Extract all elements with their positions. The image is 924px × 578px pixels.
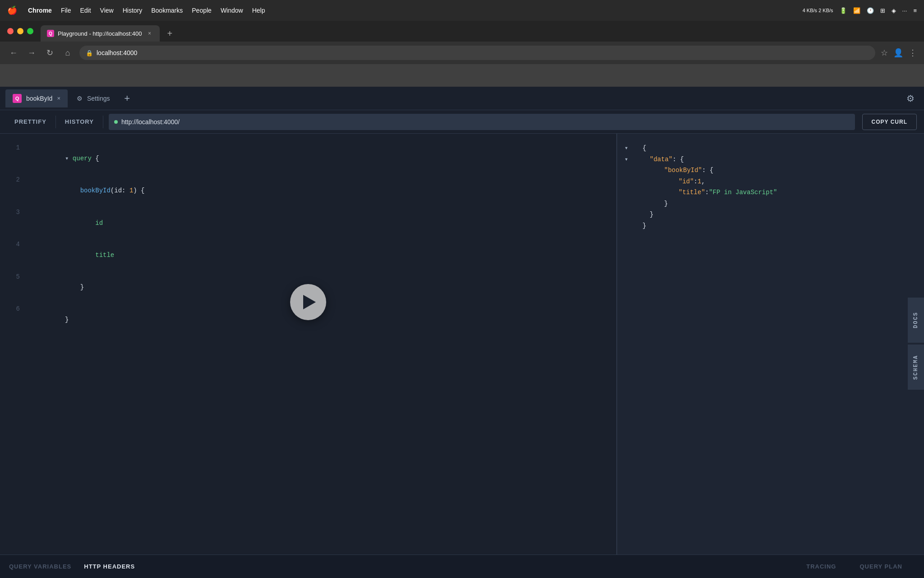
- line-content-1: ▾ query {: [27, 143, 99, 175]
- toolbar-divider: [55, 116, 56, 128]
- playground-settings-icon[interactable]: ⚙: [902, 90, 919, 107]
- chrome-tab-bar: Q Playground - http://localhost:400 × +: [0, 21, 924, 42]
- profile-icon[interactable]: 👤: [893, 48, 903, 58]
- http-headers-tab[interactable]: HTTP HEADERS: [84, 563, 135, 570]
- add-tab-button[interactable]: +: [119, 90, 135, 107]
- network-info: 4 KB/s 2 KB/s: [803, 7, 833, 14]
- title-value: "FP in JavaScript": [709, 187, 777, 198]
- minimize-window-button[interactable]: [17, 28, 23, 34]
- id-colon: :: [694, 176, 698, 187]
- endpoint-url-bar[interactable]: http://localhost:4000/: [109, 114, 855, 130]
- history-button[interactable]: HISTORY: [58, 114, 101, 130]
- schema-tab[interactable]: SCHEMA: [908, 345, 924, 390]
- menu-view[interactable]: View: [100, 7, 114, 14]
- close-brace-data: }: [650, 209, 653, 220]
- traffic-lights: [7, 28, 33, 34]
- control-center-icon: ⊞: [880, 7, 885, 14]
- indent-2: [65, 187, 80, 194]
- line-number-4: 4: [7, 239, 20, 271]
- playground-main: 1 ▾ query { 2 bookById(id: 1) { 3 id: [0, 134, 924, 555]
- active-browser-tab[interactable]: Q Playground - http://localhost:400 ×: [41, 25, 160, 42]
- close-window-button[interactable]: [7, 28, 14, 34]
- lock-icon: 🔒: [86, 50, 93, 56]
- line-content-3: id: [27, 207, 103, 239]
- result-line-5: "title": "FP in JavaScript": [617, 187, 924, 198]
- result-arrow-5: [624, 187, 633, 198]
- editor-line-1: 1 ▾ query {: [0, 143, 616, 175]
- id-comma: ,: [701, 176, 705, 187]
- line-number-2: 2: [7, 175, 20, 207]
- bookbyid-tab[interactable]: Q bookById ×: [5, 89, 68, 107]
- settings-tab-icon: ⚙: [77, 95, 83, 102]
- bookbyid-tab-close[interactable]: ×: [57, 95, 60, 102]
- apple-logo-icon: 🍎: [7, 5, 17, 15]
- bottom-right-tabs: TRACING QUERY PLAN: [806, 563, 915, 570]
- execute-query-button[interactable]: [290, 284, 326, 320]
- address-bar-right: ☆ 👤 ⋮: [881, 48, 917, 58]
- clock-icon: 🕐: [867, 7, 874, 14]
- query-variables-tab[interactable]: QUERY VARIABLES: [9, 563, 71, 570]
- menu-bookmarks[interactable]: Bookmarks: [151, 7, 183, 14]
- collapse-arrow-1: ▾: [65, 155, 73, 162]
- query-editor[interactable]: 1 ▾ query { 2 bookById(id: 1) { 3 id: [0, 134, 617, 555]
- indent-3: [65, 219, 95, 227]
- editor-line-3: 3 id: [0, 207, 616, 239]
- paren-open: (: [111, 187, 114, 194]
- copy-curl-button[interactable]: COPY CURL: [862, 114, 917, 130]
- line-number-5: 5: [7, 272, 20, 304]
- home-button[interactable]: ⌂: [61, 47, 74, 59]
- data-colon: : {: [672, 154, 684, 165]
- result-panel: ▾ { ▾ "data": { "bookById": { "id": 1,: [617, 134, 924, 555]
- settings-tab-label: Settings: [87, 95, 110, 102]
- playground-tab-bar: Q bookById × ⚙ Settings + ⚙: [0, 87, 924, 110]
- menu-extras-icon: ≡: [913, 7, 917, 14]
- tracing-tab[interactable]: TRACING: [806, 563, 836, 570]
- result-arrow-8: [624, 220, 633, 232]
- menu-file[interactable]: File: [61, 7, 71, 14]
- menu-chrome[interactable]: Chrome: [28, 7, 52, 14]
- address-input[interactable]: 🔒 localhost:4000: [79, 46, 875, 60]
- close-brace-6: }: [65, 316, 69, 323]
- result-line-8: }: [617, 220, 924, 232]
- side-panel: DOCS SCHEMA: [908, 134, 924, 555]
- line-number-1: 1: [7, 143, 20, 175]
- result-arrow-3: [624, 165, 633, 176]
- result-arrow-1: ▾: [624, 143, 633, 154]
- menu-people[interactable]: People: [192, 7, 212, 14]
- result-arrow-4: [624, 176, 633, 187]
- query-plan-tab[interactable]: QUERY PLAN: [859, 563, 902, 570]
- address-bar: ← → ↻ ⌂ 🔒 localhost:4000 ☆ 👤 ⋮: [0, 42, 924, 64]
- endpoint-url-text: http://localhost:4000/: [121, 118, 180, 126]
- result-arrow-7: [624, 209, 633, 220]
- back-button[interactable]: ←: [7, 47, 20, 59]
- reload-button[interactable]: ↻: [43, 47, 56, 59]
- fullscreen-window-button[interactable]: [27, 28, 33, 34]
- menu-edit[interactable]: Edit: [80, 7, 91, 14]
- more-icon: ···: [902, 7, 907, 14]
- menu-bar: 🍎 Chrome File Edit View History Bookmark…: [0, 0, 924, 21]
- id-param-key: id: [114, 187, 122, 194]
- tab-close-button[interactable]: ×: [145, 29, 153, 37]
- line-number-3: 3: [7, 207, 20, 239]
- indent-5: [65, 284, 80, 291]
- bookbyid-tab-label: bookById: [26, 95, 52, 102]
- bookmark-icon[interactable]: ☆: [881, 48, 888, 58]
- menu-window[interactable]: Window: [221, 7, 243, 14]
- new-tab-button[interactable]: +: [162, 25, 178, 42]
- browser-menu-icon[interactable]: ⋮: [909, 48, 917, 58]
- docs-tab[interactable]: DOCS: [908, 298, 924, 343]
- settings-tab[interactable]: ⚙ Settings: [69, 89, 117, 107]
- id-value: 1: [698, 176, 701, 187]
- menu-help[interactable]: Help: [252, 7, 265, 14]
- prettify-button[interactable]: PRETTIFY: [7, 114, 54, 130]
- menu-history[interactable]: History: [123, 7, 143, 14]
- title-key: "title": [679, 187, 705, 198]
- connection-status-dot: [114, 120, 118, 124]
- result-line-1: ▾ {: [617, 143, 924, 154]
- result-line-6: }: [617, 198, 924, 210]
- menubar-right: 4 KB/s 2 KB/s 🔋 📶 🕐 ⊞ ◈ ··· ≡: [803, 7, 917, 14]
- forward-button[interactable]: →: [25, 47, 38, 59]
- bookbyid-key: "bookById": [664, 165, 702, 176]
- result-arrow-6: [624, 198, 633, 210]
- close-brace-bookbyid: }: [664, 198, 668, 210]
